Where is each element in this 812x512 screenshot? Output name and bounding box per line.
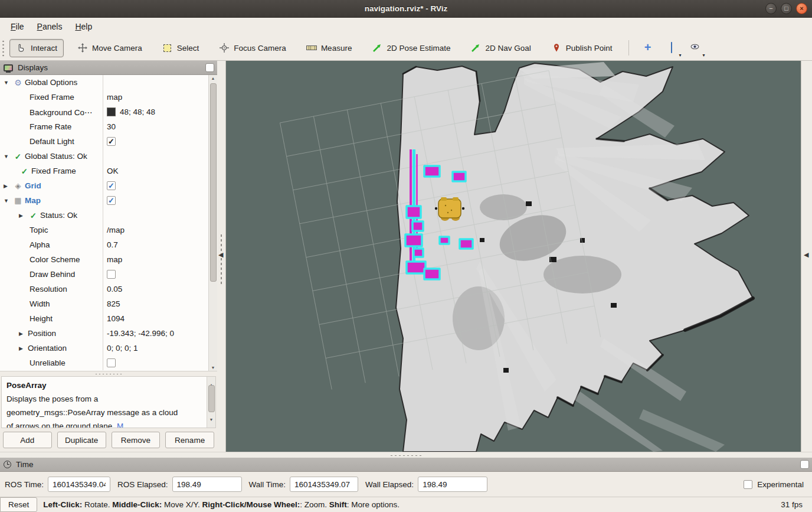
property-value[interactable]: 48; 48; 48 <box>120 107 155 116</box>
displays-panel-title: Displays <box>18 63 48 72</box>
expander-down-icon[interactable]: ▼ <box>4 198 12 204</box>
display-row-position[interactable]: ▶Position-19.343; -42.996; 0 <box>0 326 217 341</box>
property-checkbox[interactable]: ✓ <box>107 181 116 190</box>
nav-goal-arrow-icon <box>470 43 481 53</box>
time-field-label: Wall Elapsed: <box>365 480 414 489</box>
color-swatch[interactable] <box>107 107 116 116</box>
add-button[interactable]: Add <box>3 432 52 448</box>
property-checkbox[interactable]: ✓ <box>107 137 116 146</box>
display-row-global-status-ok[interactable]: ▼✓Global Status: Ok <box>0 149 217 164</box>
time-field-input[interactable] <box>418 477 487 492</box>
scroll-thumb[interactable] <box>208 385 215 412</box>
menu-panels[interactable]: Panels <box>31 19 68 34</box>
property-label: Draw Behind <box>30 270 75 279</box>
close-button[interactable]: × <box>796 3 807 14</box>
display-row-unreliable[interactable]: Unreliable <box>0 356 217 370</box>
property-label: Global Status: Ok <box>25 152 87 161</box>
property-label: Alpha <box>30 240 50 249</box>
scroll-thumb[interactable] <box>210 83 217 282</box>
chevron-down-icon[interactable]: ▾ <box>679 53 682 58</box>
property-value[interactable]: 0; 0; 0; 1 <box>107 344 138 353</box>
minimize-button[interactable]: − <box>765 3 777 14</box>
display-row-height[interactable]: Height1094 <box>0 311 217 326</box>
expander-right-icon[interactable]: ▶ <box>19 213 28 219</box>
property-value[interactable]: 30 <box>107 122 116 131</box>
expander-right-icon[interactable]: ▶ <box>4 183 12 189</box>
tool-move-camera[interactable]: Move Camera <box>71 39 149 57</box>
help-splitter[interactable] <box>0 371 217 376</box>
reset-button[interactable]: Reset <box>0 497 37 512</box>
displays-scrollbar[interactable]: ▲ ▼ <box>208 75 217 371</box>
property-value[interactable]: OK <box>107 167 119 175</box>
display-row-draw-behind[interactable]: Draw Behind <box>0 267 217 282</box>
time-field-input[interactable] <box>290 477 358 492</box>
scroll-down-icon[interactable]: ▼ <box>209 366 217 370</box>
display-row-alpha[interactable]: Alpha0.7 <box>0 237 217 252</box>
chevron-down-icon[interactable]: ▾ <box>703 53 705 58</box>
help-scrollbar[interactable]: ▲ ▼ <box>207 377 215 428</box>
display-row-status-ok[interactable]: ▶✓Status: Ok <box>0 208 217 223</box>
display-row-orientation[interactable]: ▶Orientation0; 0; 0; 1 <box>0 341 217 356</box>
time-panel-title: Time <box>16 460 34 469</box>
tool-2d-nav-goal[interactable]: 2D Nav Goal <box>464 39 537 57</box>
display-row-map[interactable]: ▼▦Map✓ <box>0 193 217 208</box>
displays-float-button[interactable] <box>205 63 214 72</box>
tool-interact[interactable]: Interact <box>9 39 64 57</box>
rename-button[interactable]: Rename <box>165 432 214 448</box>
scroll-up-icon[interactable]: ▲ <box>209 76 217 80</box>
property-value[interactable]: map <box>107 93 122 102</box>
toolbar-zoom-out-minus-button[interactable]: ▾ <box>661 39 682 57</box>
display-row-grid[interactable]: ▶◈Grid✓ <box>0 178 217 193</box>
collapse-right-icon[interactable]: ◀ <box>804 251 808 259</box>
experimental-checkbox[interactable] <box>744 480 752 489</box>
display-row-background-co[interactable]: Background Co⋯48; 48; 48 <box>0 105 217 119</box>
tool-select[interactable]: Select <box>156 39 206 57</box>
property-value[interactable]: -19.343; -42.996; 0 <box>107 329 174 338</box>
duplicate-button[interactable]: Duplicate <box>57 432 106 448</box>
maximize-button[interactable]: □ <box>781 3 792 14</box>
main-area: Displays ▼⚙Global OptionsFixed FramemapB… <box>0 61 812 452</box>
property-value[interactable]: 825 <box>107 299 120 308</box>
toolbar-visibility-eye-button[interactable]: ▾ <box>685 39 706 57</box>
tool-measure[interactable]: Measure <box>300 39 359 57</box>
more-information-link[interactable]: M <box>117 422 123 428</box>
expander-down-icon[interactable]: ▼ <box>4 80 12 86</box>
time-field-input[interactable] <box>172 477 242 492</box>
property-value[interactable]: map <box>107 255 122 264</box>
expander-down-icon[interactable]: ▼ <box>4 154 12 159</box>
property-value[interactable]: /map <box>107 226 125 234</box>
right-panel-collapse[interactable]: ◀ <box>801 61 812 452</box>
tool-2d-pose-estimate[interactable]: 2D Pose Estimate <box>365 39 457 57</box>
property-checkbox[interactable] <box>107 270 116 279</box>
time-field-input[interactable] <box>48 477 110 492</box>
3d-viewport[interactable] <box>226 61 801 452</box>
display-row-default-light[interactable]: Default Light✓ <box>0 134 217 149</box>
display-row-resolution[interactable]: Resolution0.05 <box>0 282 217 296</box>
property-checkbox[interactable] <box>107 358 116 367</box>
tool-focus-camera[interactable]: Focus Camera <box>212 39 293 57</box>
expander-right-icon[interactable]: ▶ <box>19 331 28 337</box>
time-float-button[interactable] <box>800 460 809 469</box>
scroll-down-icon[interactable]: ▼ <box>207 413 215 426</box>
property-value[interactable]: 0.7 <box>107 240 118 249</box>
collapse-left-icon[interactable]: ◀ <box>218 251 223 259</box>
toolbar-zoom-in-plus-button[interactable]: + <box>637 39 659 57</box>
display-row-fixed-frame[interactable]: ✓Fixed FrameOK <box>0 164 217 178</box>
time-splitter[interactable] <box>0 452 812 458</box>
display-row-topic[interactable]: Topic/map <box>0 223 217 237</box>
display-row-fixed-frame[interactable]: Fixed Framemap <box>0 90 217 105</box>
property-value[interactable]: 0.05 <box>107 285 122 293</box>
display-row-color-scheme[interactable]: Color Schememap <box>0 252 217 267</box>
property-value[interactable]: 1094 <box>107 314 125 323</box>
panel-splitter[interactable]: ◀ <box>217 61 226 452</box>
display-row-frame-rate[interactable]: Frame Rate30 <box>0 119 217 134</box>
menu-file[interactable]: File <box>5 19 30 34</box>
expander-right-icon[interactable]: ▶ <box>19 345 28 351</box>
remove-button[interactable]: Remove <box>112 432 161 448</box>
toolbar-drag-handle[interactable] <box>2 40 5 57</box>
display-row-width[interactable]: Width825 <box>0 296 217 311</box>
property-checkbox[interactable]: ✓ <box>107 196 116 205</box>
tool-publish-point[interactable]: Publish Point <box>545 39 619 57</box>
display-row-global-options[interactable]: ▼⚙Global Options <box>0 75 217 90</box>
menu-help[interactable]: Help <box>69 19 98 34</box>
